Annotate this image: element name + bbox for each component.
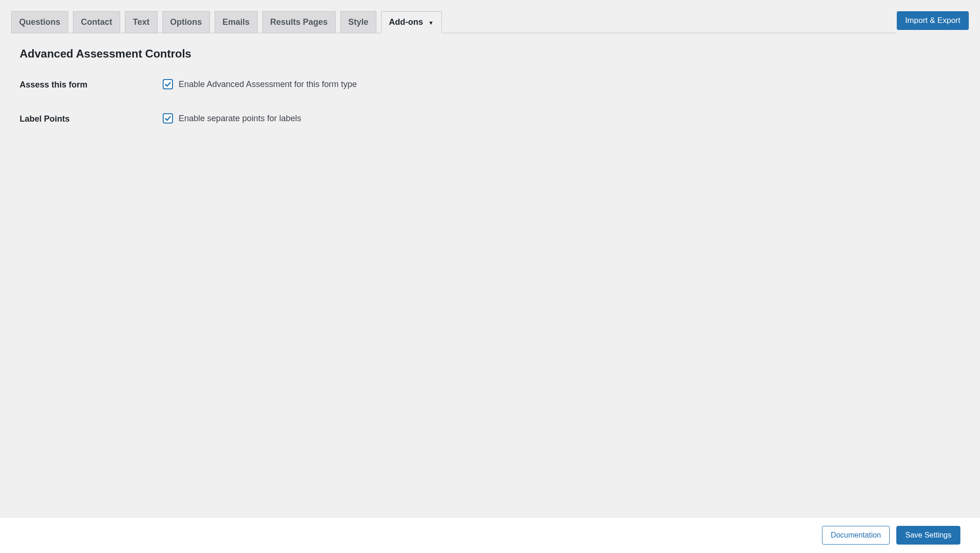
check-icon <box>164 115 172 122</box>
tab-questions[interactable]: Questions <box>11 11 68 33</box>
tab-text[interactable]: Text <box>125 11 158 33</box>
setting-label-points: Label Points Enable separate points for … <box>20 113 960 124</box>
chevron-down-icon: ▼ <box>428 20 434 26</box>
tab-add-ons[interactable]: Add-ons ▼ <box>381 11 442 33</box>
setting-assess-form-label: Assess this form <box>20 79 163 90</box>
tab-style[interactable]: Style <box>340 11 376 33</box>
tab-contact[interactable]: Contact <box>73 11 120 33</box>
assess-form-checkbox-label: Enable Advanced Assessment for this form… <box>179 80 357 89</box>
tab-bar: Questions Contact Text Options Emails Re… <box>11 11 897 33</box>
tab-add-ons-label: Add-ons <box>389 17 423 27</box>
setting-assess-form: Assess this form Enable Advanced Assessm… <box>20 79 960 90</box>
label-points-checkbox-label: Enable separate points for labels <box>179 114 301 124</box>
tab-emails[interactable]: Emails <box>215 11 258 33</box>
content-area: Advanced Assessment Controls Assess this… <box>0 33 980 517</box>
tab-options[interactable]: Options <box>162 11 210 33</box>
save-settings-button[interactable]: Save Settings <box>896 526 960 545</box>
documentation-button[interactable]: Documentation <box>822 526 890 545</box>
label-points-checkbox[interactable] <box>163 113 173 124</box>
setting-label-points-label: Label Points <box>20 113 163 124</box>
tab-results-pages[interactable]: Results Pages <box>262 11 336 33</box>
import-export-button[interactable]: Import & Export <box>897 11 969 30</box>
footer-bar: Documentation Save Settings <box>0 517 980 553</box>
section-title: Advanced Assessment Controls <box>20 47 960 60</box>
assess-form-checkbox[interactable] <box>163 79 173 89</box>
check-icon <box>164 80 172 88</box>
